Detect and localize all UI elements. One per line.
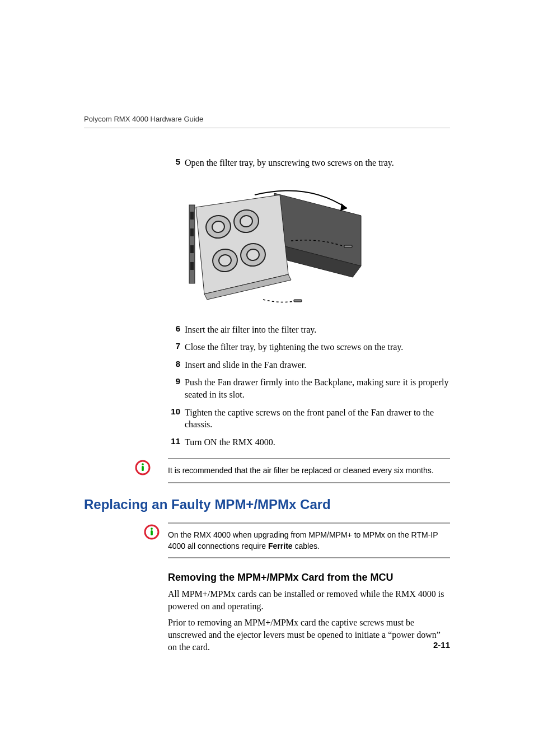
note-text: On the RMX 4000 when upgrading from MPM/… — [168, 522, 450, 559]
svg-rect-14 — [190, 228, 194, 236]
step-text: Close the filter tray, by tightening the… — [185, 341, 450, 353]
step-number: 7 — [168, 341, 185, 353]
svg-rect-17 — [294, 300, 302, 302]
step-number: 9 — [168, 376, 185, 400]
svg-rect-18 — [344, 245, 352, 248]
page-number: 2-11 — [433, 640, 450, 650]
svg-rect-15 — [190, 245, 194, 253]
step-text: Open the filter tray, by unscrewing two … — [185, 157, 450, 169]
subsection-block: Removing the MPM+/MPMx Card from the MCU… — [168, 572, 450, 653]
step-number: 8 — [168, 359, 185, 371]
content-area: 5 Open the filter tray, by unscrewing tw… — [84, 157, 450, 653]
section-heading: Replacing an Faulty MPM+/MPMx Card — [84, 497, 450, 512]
step-block: 6 Insert the air filter into the filter … — [168, 324, 450, 449]
step-number: 11 — [168, 436, 185, 449]
svg-point-24 — [151, 528, 153, 530]
svg-point-21 — [142, 463, 144, 465]
step-number: 10 — [168, 407, 185, 431]
note-text-bold: Ferrite — [268, 542, 293, 550]
svg-rect-25 — [151, 530, 153, 535]
note-text: It is recommended that the air filter be… — [168, 458, 450, 483]
info-icon — [118, 458, 168, 476]
step-block: 5 Open the filter tray, by unscrewing tw… — [168, 157, 450, 169]
info-icon — [135, 522, 168, 540]
step-item: 11 Turn ON the RMX 4000. — [168, 436, 450, 449]
step-item: 8 Insert and slide in the Fan drawer. — [168, 359, 450, 371]
note-filter: It is recommended that the air filter be… — [118, 458, 450, 483]
note-text-suffix: cables. — [293, 542, 320, 550]
note-ferrite: On the RMX 4000 when upgrading from MPM/… — [135, 522, 450, 559]
step-text: Turn ON the RMX 4000. — [185, 436, 450, 449]
step-text: Insert and slide in the Fan drawer. — [185, 359, 450, 371]
step-number: 5 — [168, 157, 185, 169]
svg-rect-16 — [190, 262, 194, 270]
step-text: Push the Fan drawer firmly into the Back… — [185, 376, 450, 400]
svg-rect-22 — [142, 466, 144, 471]
header-rule — [84, 128, 450, 128]
step-item: 7 Close the filter tray, by tightening t… — [168, 341, 450, 353]
body-paragraph: All MPM+/MPMx cards can be installed or … — [168, 588, 450, 612]
step-number: 6 — [168, 324, 185, 336]
page: Polycom RMX 4000 Hardware Guide 5 Open t… — [0, 0, 534, 756]
step-item: 9 Push the Fan drawer firmly into the Ba… — [168, 376, 450, 400]
step-text: Tighten the captive screws on the front … — [185, 407, 450, 431]
running-header: Polycom RMX 4000 Hardware Guide — [84, 115, 203, 123]
step-item: 10 Tighten the captive screws on the fro… — [168, 407, 450, 431]
filter-tray-figure — [179, 185, 450, 308]
svg-rect-13 — [190, 212, 194, 220]
step-text: Insert the air filter into the filter tr… — [185, 324, 450, 336]
step-item: 6 Insert the air filter into the filter … — [168, 324, 450, 336]
step-item: 5 Open the filter tray, by unscrewing tw… — [168, 157, 450, 169]
body-paragraph: Prior to removing an MPM+/MPMx card the … — [168, 617, 450, 653]
subsection-heading: Removing the MPM+/MPMx Card from the MCU — [168, 572, 450, 584]
